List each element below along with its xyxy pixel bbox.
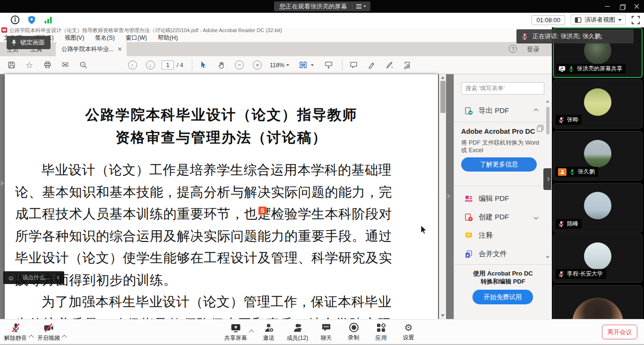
chevron-up-icon[interactable]: [249, 329, 254, 335]
meeting-info-icon[interactable]: [10, 15, 20, 25]
zoom-level-value[interactable]: 118%: [270, 62, 284, 69]
scroll-up-icon[interactable]: [546, 100, 550, 103]
tool-comment[interactable]: 注释: [454, 226, 552, 245]
participant-tile[interactable]: 陈峰: [553, 183, 643, 233]
learn-more-button[interactable]: 了解更多信息: [461, 157, 537, 172]
ime-indicator-badge[interactable]: S: [258, 207, 266, 215]
view-mode-label: 演讲者视图: [584, 16, 615, 24]
arrow-up-icon: ↑: [128, 60, 137, 69]
quick-chat-bar[interactable]: ☺ 说点什么...: [3, 271, 64, 284]
scrollbar-thumb[interactable]: [440, 81, 446, 113]
tool-combine-files[interactable]: 合并文件: [454, 245, 552, 263]
email-button[interactable]: ✉: [59, 59, 72, 72]
close-button[interactable]: [629, 0, 644, 13]
members-button[interactable]: 成员(12): [283, 320, 313, 345]
chevron-down-icon[interactable]: [311, 64, 314, 66]
chat-button[interactable]: 聊天: [313, 320, 340, 345]
mic-on-icon: [569, 169, 575, 175]
fill-sign-button[interactable]: [383, 59, 396, 72]
window-title: 公路学院本科毕业设计（论文）指导教师资格审查与管理办法（讨论稿)220104.p…: [9, 27, 282, 34]
participants-panel-collapse-handle[interactable]: [543, 168, 551, 190]
comment-tool-button[interactable]: [347, 59, 361, 72]
save-button[interactable]: [5, 59, 18, 72]
document-line: 毕业设计（论文）使学生能够在工程设计及管理、科学研究及实: [15, 249, 391, 271]
apps-label: 应用: [376, 334, 387, 342]
highlight-tool-button[interactable]: [365, 59, 378, 72]
participant-tile[interactable]: 李程-长安大学: [553, 233, 643, 283]
menu-view[interactable]: 视图(V): [65, 34, 85, 42]
tool-export-pdf[interactable]: 导出 PDF: [454, 102, 552, 120]
request-signatures-button[interactable]: [401, 59, 414, 72]
fit-width-button[interactable]: [297, 59, 310, 72]
page-number-input[interactable]: [162, 60, 174, 69]
left-pane-toggle[interactable]: [1, 181, 4, 186]
unmute-button[interactable]: 解除静音: [2, 320, 29, 345]
trial-promo-line1: 使用 Acrobat Pro DC: [454, 269, 552, 278]
participant-tile[interactable]: 张久鹏: [553, 131, 643, 181]
edit-pdf-icon: [464, 195, 473, 203]
menu-window[interactable]: 窗口(W): [126, 34, 147, 42]
tool-edit-pdf[interactable]: 编辑 PDF: [454, 190, 552, 208]
security-shield-icon[interactable]: [27, 15, 36, 25]
chevron-up-icon[interactable]: [61, 335, 67, 340]
sign-in-link[interactable]: 登录: [527, 45, 540, 54]
previous-page-button[interactable]: ↑: [126, 59, 139, 72]
save-icon: [8, 61, 16, 69]
apps-button[interactable]: 应用: [368, 320, 395, 345]
chevron-left-icon[interactable]: [57, 276, 60, 279]
document-line: 践等方面得到初步的训练。: [15, 271, 391, 293]
minimize-button[interactable]: [600, 0, 615, 13]
fullscreen-button[interactable]: [631, 16, 640, 25]
participant-tile[interactable]: [553, 285, 643, 319]
participant-name: 陈峰: [567, 220, 578, 228]
menu-sign[interactable]: 签名(S): [95, 34, 115, 42]
start-video-button[interactable]: 开启视频: [35, 320, 62, 345]
ime-arrows-icon: [268, 207, 271, 212]
start-trial-button[interactable]: 开始免费试用: [472, 290, 533, 304]
tools-search-input[interactable]: [461, 82, 544, 95]
chevron-down-icon[interactable]: [286, 64, 289, 66]
record-button[interactable]: 录制: [340, 320, 368, 345]
lock-view-tooltip[interactable]: 锁定画面: [7, 36, 51, 49]
emoji-icon[interactable]: ☺: [8, 275, 14, 281]
favorite-star-button[interactable]: ☆: [23, 59, 36, 72]
view-mode-selector[interactable]: 演讲者视图: [571, 15, 626, 25]
right-pane-toggle[interactable]: [447, 193, 451, 199]
settings-label: 设置: [403, 334, 414, 342]
chevron-up-icon[interactable]: [28, 335, 34, 340]
mic-muted-icon: [521, 33, 528, 40]
toolbar-divider: [342, 60, 343, 71]
print-button[interactable]: [41, 59, 54, 72]
leave-meeting-button[interactable]: 离开会议: [602, 325, 637, 339]
host-badge-icon: [558, 168, 567, 176]
tab-document[interactable]: 公路学院本科毕业... ✕: [56, 42, 127, 56]
watching-banner-text: 您正在观看张洪亮的屏幕: [280, 2, 347, 11]
reading-mode-button[interactable]: [322, 59, 335, 72]
scrollbar-thumb[interactable]: [546, 107, 550, 134]
sign-document-icon: [404, 61, 412, 69]
menu-help[interactable]: 帮助(H): [158, 34, 178, 42]
scroll-down-icon[interactable]: [441, 314, 445, 317]
document-scrollbar[interactable]: [439, 74, 446, 319]
scroll-down-icon[interactable]: [546, 256, 550, 259]
tab-close-icon[interactable]: ✕: [117, 46, 122, 52]
next-page-button[interactable]: ↓: [144, 59, 157, 72]
participant-tile[interactable]: 张晔: [553, 79, 643, 129]
help-icon[interactable]: ?: [509, 45, 517, 53]
zoom-in-button[interactable]: +: [251, 59, 264, 72]
tool-create-pdf[interactable]: 创建 PDF: [454, 208, 552, 226]
scroll-up-icon[interactable]: [441, 76, 445, 79]
network-signal-icon[interactable]: [43, 15, 53, 25]
banner-menu-button[interactable]: [352, 3, 367, 10]
restore-button[interactable]: [615, 0, 629, 13]
quick-chat-prompt[interactable]: 说点什么...: [22, 274, 50, 282]
share-screen-button[interactable]: 共享屏幕: [222, 320, 249, 345]
find-button[interactable]: [77, 59, 90, 72]
edit-pdf-label: 编辑 PDF: [479, 194, 509, 203]
invite-button[interactable]: 邀请: [255, 320, 283, 345]
select-tool-button[interactable]: [197, 59, 210, 72]
settings-button[interactable]: ⚙ 设置: [395, 320, 422, 345]
zoom-out-button[interactable]: −: [233, 59, 246, 72]
panel-divider: [454, 186, 552, 186]
hand-tool-button[interactable]: [215, 59, 228, 72]
